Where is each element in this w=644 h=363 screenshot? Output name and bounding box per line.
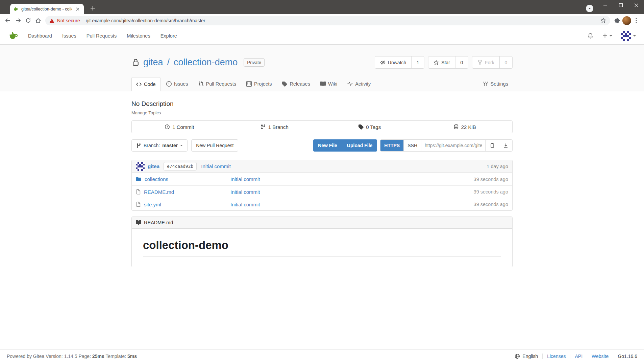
gitea-nav-links: Dashboard Issues Pull Requests Milestone… <box>28 33 177 39</box>
tab-settings[interactable]: Settings <box>478 77 513 91</box>
watchers-count[interactable]: 1 <box>411 56 424 68</box>
file-commit-message[interactable]: Initial commit <box>230 189 260 195</box>
file-time: 39 seconds ago <box>474 177 508 182</box>
nav-issues[interactable]: Issues <box>62 33 76 39</box>
tab-wiki[interactable]: Wiki <box>316 77 342 91</box>
table-row: collections Initial commit 39 seconds ag… <box>132 173 512 185</box>
download-button[interactable] <box>499 140 512 151</box>
file-commit-message[interactable]: Initial commit <box>230 176 260 182</box>
file-action-buttons: New File Upload File <box>313 139 377 152</box>
download-icon <box>503 143 509 148</box>
back-icon[interactable] <box>3 16 13 26</box>
tab-code[interactable]: Code <box>131 77 160 91</box>
browser-menu-kebab-icon[interactable] <box>631 16 641 26</box>
clone-url-group: HTTPS SSH <box>380 139 513 152</box>
gitea-footer: Powered by Gitea Version: 1.14.5 Page: 2… <box>0 349 644 363</box>
book-icon <box>136 220 141 225</box>
licenses-link[interactable]: Licenses <box>542 354 570 359</box>
manage-topics-link[interactable]: Manage Topics <box>131 110 161 115</box>
new-file-button[interactable]: New File <box>313 139 342 152</box>
not-secure-warning-icon[interactable] <box>49 18 54 23</box>
minimize-button[interactable] <box>597 0 613 10</box>
upload-file-button[interactable]: Upload File <box>342 139 377 152</box>
bookmark-star-icon[interactable] <box>600 18 606 23</box>
browser-profile-avatar[interactable] <box>622 16 631 25</box>
tab-issues[interactable]: Issues <box>162 77 193 91</box>
branch-selector[interactable]: Branch:master <box>131 139 188 152</box>
nav-milestones[interactable]: Milestones <box>127 33 150 39</box>
file-link[interactable]: collections <box>145 176 168 182</box>
url-text[interactable]: git.example.com/gitea/collection-demo/sr… <box>86 18 598 23</box>
clone-url-input[interactable] <box>421 140 485 151</box>
forward-icon[interactable] <box>13 16 23 26</box>
create-new-dropdown[interactable] <box>602 33 612 38</box>
browser-tab[interactable]: gitea/collection-demo - collectio <box>10 4 84 14</box>
readme-filename: README.md <box>144 220 173 225</box>
api-link[interactable]: API <box>570 354 587 359</box>
readme-header: README.md <box>132 217 512 229</box>
close-window-button[interactable] <box>628 0 644 10</box>
tab-activity[interactable]: Activity <box>343 77 375 91</box>
gitea-logo[interactable] <box>8 30 19 41</box>
user-menu-dropdown[interactable] <box>621 31 636 41</box>
commit-time: 1 day ago <box>487 164 508 169</box>
pulse-icon <box>347 81 353 87</box>
notifications-bell-icon[interactable] <box>587 32 594 39</box>
stat-commits[interactable]: 1 Commit <box>132 121 227 133</box>
gitea-favicon <box>13 6 19 12</box>
chevron-down-icon <box>633 35 636 38</box>
star-button[interactable]: Star <box>428 56 455 68</box>
star-icon <box>434 60 439 65</box>
extensions-puzzle-icon[interactable] <box>612 16 622 26</box>
nav-explore[interactable]: Explore <box>160 33 177 39</box>
readme-content: collection-demo <box>132 229 512 267</box>
repo-description: No Description <box>131 100 513 108</box>
branch-icon <box>261 124 266 130</box>
new-pull-request-button[interactable]: New Pull Request <box>191 139 238 152</box>
tab-releases[interactable]: Releases <box>277 77 314 91</box>
fork-icon <box>477 60 482 65</box>
address-bar[interactable]: Not secure git.example.com/gitea/collect… <box>45 16 610 25</box>
stars-count[interactable]: 0 <box>455 56 468 68</box>
forks-count[interactable]: 0 <box>499 56 512 68</box>
browser-tab-strip: gitea/collection-demo - collectio <box>0 0 644 14</box>
commit-author-link[interactable]: gitea <box>148 163 159 169</box>
new-tab-button[interactable] <box>88 3 97 13</box>
website-link[interactable]: Website <box>587 354 613 359</box>
tab-pull-requests[interactable]: Pull Requests <box>194 77 241 91</box>
folder-icon <box>136 177 142 182</box>
stat-tags[interactable]: 0 Tags <box>322 121 417 133</box>
commit-message-link[interactable]: Initial commit <box>201 163 231 169</box>
copy-url-button[interactable] <box>485 140 499 151</box>
file-commit-message[interactable]: Initial commit <box>230 202 260 207</box>
file-link[interactable]: README.md <box>144 189 174 195</box>
home-icon[interactable] <box>33 16 43 26</box>
tab-close-icon[interactable] <box>75 6 81 12</box>
language-selector[interactable]: English <box>510 354 542 359</box>
nav-pull-requests[interactable]: Pull Requests <box>86 33 117 39</box>
security-label[interactable]: Not secure <box>57 18 80 23</box>
chevron-down-icon <box>610 35 612 38</box>
private-badge: Private <box>244 58 265 67</box>
readme-heading: collection-demo <box>143 239 501 257</box>
project-board-icon <box>246 81 252 87</box>
code-icon <box>136 82 142 87</box>
book-icon <box>320 81 326 87</box>
repo-owner-link[interactable]: gitea <box>143 57 163 68</box>
stat-branches[interactable]: 1 Branch <box>227 121 322 133</box>
fork-button[interactable]: Fork <box>472 56 499 68</box>
maximize-button[interactable] <box>613 0 628 10</box>
latest-commit-row: gitea e74caad92b Initial commit 1 day ag… <box>132 160 512 173</box>
commit-sha-badge[interactable]: e74caad92b <box>164 162 197 171</box>
file-link[interactable]: site.yml <box>144 202 161 207</box>
tab-search-button[interactable] <box>586 5 593 12</box>
unwatch-button[interactable]: Unwatch <box>375 56 411 68</box>
history-icon <box>165 124 170 130</box>
ssh-button[interactable]: SSH <box>403 140 421 151</box>
nav-dashboard[interactable]: Dashboard <box>28 33 52 39</box>
reload-icon[interactable] <box>23 16 33 26</box>
tab-projects[interactable]: Projects <box>242 77 276 91</box>
repo-name-link[interactable]: collection-demo <box>174 57 238 68</box>
https-button[interactable]: HTTPS <box>380 140 403 151</box>
commit-author-avatar <box>136 162 145 171</box>
